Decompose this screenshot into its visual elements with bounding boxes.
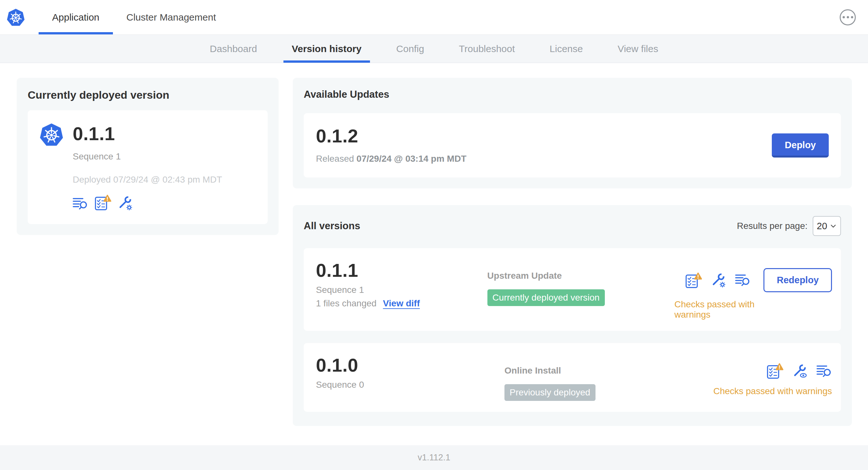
preflight-status-text: Checks passed with warnings: [713, 386, 832, 396]
currently-deployed-card: 0.1.1 Sequence 1 Deployed 07/29/24 @ 02:…: [28, 110, 268, 224]
version-row-0-1-1: 0.1.1 Sequence 1 1 files changed View di…: [304, 248, 841, 331]
tab-config-label: Config: [396, 43, 424, 54]
version-source: Online Install Previously deployed: [504, 356, 710, 401]
results-per-page-select[interactable]: 20: [813, 216, 841, 236]
currently-deployed-panel: Currently deployed version 0.1.1 Sequenc…: [17, 78, 279, 235]
files-changed-label: 1 files changed: [316, 298, 376, 309]
all-versions-header: All versions Results per page: 20: [304, 216, 841, 236]
deployed-version-actions: [73, 195, 222, 210]
tab-version-history-label: Version history: [292, 43, 362, 54]
preflight-warning-icon[interactable]: [95, 195, 111, 210]
files-changed-line: 1 files changed View diff: [316, 298, 487, 309]
results-per-page-value: 20: [817, 221, 827, 231]
preflight-status-text: Checks passed with warnings: [674, 299, 777, 320]
all-versions-panel: All versions Results per page: 20 0.: [293, 205, 852, 426]
ellipsis-icon: [847, 16, 849, 18]
redeploy-button[interactable]: Redeploy: [764, 268, 832, 292]
version-actions: Checks passed with warnings: [713, 356, 832, 396]
top-navbar: Application Cluster Management: [0, 0, 868, 35]
tab-license[interactable]: License: [532, 35, 600, 63]
available-updates-title: Available Updates: [304, 89, 841, 100]
tab-cluster-management[interactable]: Cluster Management: [113, 0, 229, 34]
app-subnav: Dashboard Version history Config Trouble…: [0, 35, 868, 63]
action-icons: Redeploy: [685, 268, 832, 292]
footer: v1.112.1: [0, 445, 868, 470]
released-timestamp: 07/29/24 @ 03:14 pm MDT: [356, 154, 466, 164]
ellipsis-icon: [851, 16, 853, 18]
deploy-button[interactable]: Deploy: [772, 133, 829, 158]
console-version: v1.112.1: [417, 452, 451, 463]
tab-dashboard[interactable]: Dashboard: [192, 35, 274, 63]
results-per-page: Results per page: 20: [737, 216, 841, 236]
deployed-version-number: 0.1.1: [73, 125, 222, 143]
tab-application-label: Application: [52, 12, 99, 23]
tab-view-files[interactable]: View files: [600, 35, 676, 63]
tab-view-files-label: View files: [618, 43, 658, 54]
tab-troubleshoot[interactable]: Troubleshoot: [441, 35, 532, 63]
kots-admin-console: Application Cluster Management Dashboard…: [0, 0, 868, 470]
deployed-timestamp: Deployed 07/29/24 @ 02:43 pm MDT: [73, 174, 222, 185]
released-label: Released: [316, 154, 354, 164]
tab-license-label: License: [550, 43, 583, 54]
view-logs-icon[interactable]: [73, 197, 88, 210]
version-history-page: Currently deployed version 0.1.1 Sequenc…: [0, 63, 868, 445]
tab-application[interactable]: Application: [39, 0, 113, 34]
version-info: 0.1.0 Sequence 0: [316, 356, 504, 390]
version-row-0-1-0: 0.1.0 Sequence 0 Online Install Previous…: [304, 343, 841, 412]
version-number: 0.1.1: [316, 261, 487, 280]
source-label: Upstream Update: [487, 271, 675, 281]
edit-config-icon[interactable]: [118, 196, 133, 210]
view-logs-icon[interactable]: [816, 364, 832, 378]
version-sequence: Sequence 0: [316, 380, 504, 390]
update-version-number: 0.1.2: [316, 127, 466, 145]
currently-deployed-title: Currently deployed version: [28, 89, 268, 101]
view-logs-icon[interactable]: [735, 273, 751, 287]
tab-cluster-management-label: Cluster Management: [126, 12, 216, 23]
app-kubernetes-logo-icon: [39, 123, 64, 147]
tab-version-history[interactable]: Version history: [274, 35, 379, 63]
view-diff-link[interactable]: View diff: [383, 298, 420, 309]
available-update-info: 0.1.2 Released 07/29/24 @ 03:14 pm MDT: [316, 127, 466, 164]
available-update-card: 0.1.2 Released 07/29/24 @ 03:14 pm MDT D…: [304, 113, 841, 177]
edit-config-icon[interactable]: [711, 273, 726, 288]
available-updates-panel: Available Updates 0.1.2 Released 07/29/2…: [293, 78, 852, 189]
preflight-warning-icon[interactable]: [685, 272, 702, 289]
action-icons: [767, 363, 832, 379]
preflight-warning-icon[interactable]: [767, 363, 783, 379]
update-released-line: Released 07/29/24 @ 03:14 pm MDT: [316, 154, 466, 164]
all-versions-title: All versions: [304, 220, 360, 232]
status-badge: Previously deployed: [504, 384, 595, 401]
tab-troubleshoot-label: Troubleshoot: [459, 43, 515, 54]
tab-config[interactable]: Config: [379, 35, 442, 63]
tab-dashboard-label: Dashboard: [210, 43, 257, 54]
app-nav-tabs: Application Cluster Management: [39, 0, 229, 34]
version-number: 0.1.0: [316, 356, 504, 374]
more-options-button[interactable]: [840, 9, 856, 25]
status-badge: Currently deployed version: [487, 289, 605, 306]
kubernetes-logo-icon: [6, 8, 25, 27]
version-info: 0.1.1 Sequence 1 1 files changed View di…: [316, 261, 487, 309]
source-label: Online Install: [504, 366, 710, 376]
version-sequence: Sequence 1: [316, 285, 487, 295]
version-source: Upstream Update Currently deployed versi…: [487, 261, 675, 306]
results-per-page-label: Results per page:: [737, 221, 808, 231]
chevron-down-icon: [830, 223, 837, 230]
version-actions: Redeploy Checks passed with warnings: [674, 261, 832, 320]
ellipsis-icon: [843, 16, 845, 18]
right-column: Available Updates 0.1.2 Released 07/29/2…: [293, 78, 852, 426]
view-config-icon[interactable]: [793, 364, 808, 379]
kubernetes-logo: [6, 0, 25, 34]
deployed-sequence: Sequence 1: [73, 152, 222, 162]
